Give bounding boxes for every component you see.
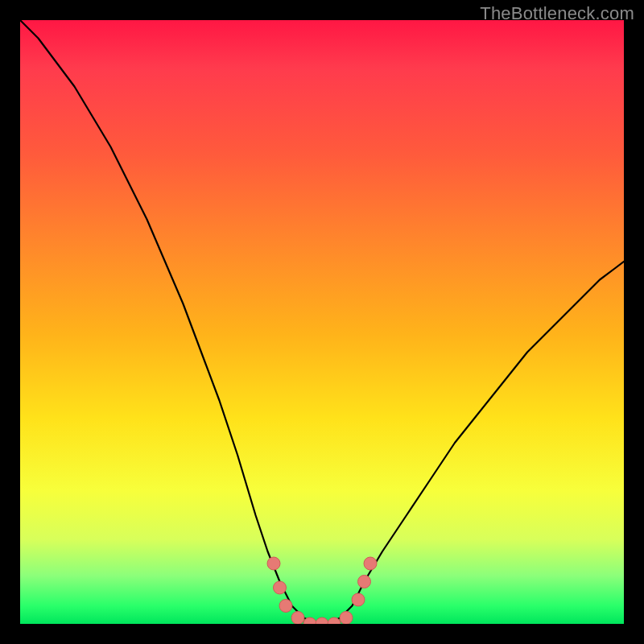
bottleneck-curve-svg <box>20 20 624 624</box>
plateau-marker <box>340 612 353 625</box>
plateau-marker <box>316 617 328 624</box>
chart-plot-area <box>20 20 624 624</box>
plateau-marker <box>279 600 292 613</box>
plateau-marker <box>291 612 304 625</box>
chart-frame: TheBottleneck.com <box>0 0 644 644</box>
plateau-marker <box>364 557 377 570</box>
watermark-text: TheBottleneck.com <box>480 3 634 24</box>
bottleneck-curve <box>20 20 624 624</box>
plateau-marker <box>267 557 280 570</box>
plateau-marker <box>358 576 371 588</box>
plateau-marker <box>352 593 365 606</box>
plateau-marker <box>274 581 287 594</box>
